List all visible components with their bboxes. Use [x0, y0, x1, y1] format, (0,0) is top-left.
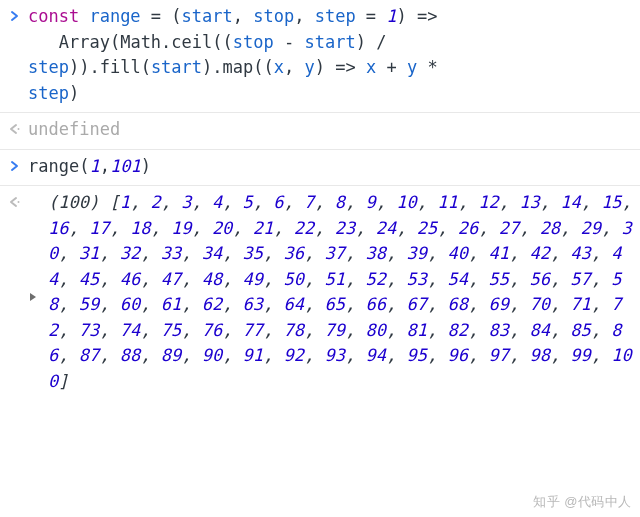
- code-token: ,: [233, 6, 253, 26]
- comma: ,: [386, 320, 406, 340]
- comma: ,: [427, 269, 447, 289]
- code-token: y: [407, 57, 427, 77]
- comma: ,: [468, 269, 488, 289]
- code-token: step: [315, 6, 366, 26]
- comma: ,: [468, 294, 488, 314]
- array-value: 56: [529, 269, 549, 289]
- comma: ,: [181, 320, 201, 340]
- comma: ,: [345, 345, 365, 365]
- code-token: start: [182, 6, 233, 26]
- comma: ,: [386, 243, 406, 263]
- code-token: step: [28, 83, 69, 103]
- array-value: 61: [161, 294, 181, 314]
- array-value: 67: [406, 294, 426, 314]
- array-value: 54: [447, 269, 467, 289]
- comma: ,: [345, 192, 365, 212]
- comma: ,: [191, 192, 211, 212]
- array-value: 60: [120, 294, 140, 314]
- code-token: ,: [100, 156, 110, 176]
- array-value: 63: [243, 294, 263, 314]
- array-value: 96: [447, 345, 467, 365]
- array-value: 47: [161, 269, 181, 289]
- code-token: ((: [212, 32, 232, 52]
- comma: ,: [109, 218, 129, 238]
- array-value: 66: [366, 294, 386, 314]
- array-value: 35: [243, 243, 263, 263]
- comma: ,: [550, 294, 570, 314]
- comma: ,: [140, 294, 160, 314]
- array-value: 7: [304, 192, 314, 212]
- comma: ,: [591, 243, 611, 263]
- array-value: 19: [171, 218, 191, 238]
- comma: ,: [314, 218, 334, 238]
- array-value: 14: [560, 192, 580, 212]
- array-value: 8: [335, 192, 345, 212]
- comma: ,: [99, 243, 119, 263]
- array-value: 18: [130, 218, 150, 238]
- array-value: 69: [488, 294, 508, 314]
- comma: ,: [427, 345, 447, 365]
- code-token: range: [28, 156, 79, 176]
- array-value: 45: [79, 269, 99, 289]
- array-value: 38: [366, 243, 386, 263]
- array-value: 32: [120, 243, 140, 263]
- code-token: ((: [253, 57, 273, 77]
- comma: ,: [376, 192, 396, 212]
- array-value: 9: [366, 192, 376, 212]
- array-value: 97: [488, 345, 508, 365]
- array-value: 40: [447, 243, 467, 263]
- comma: ,: [622, 192, 640, 212]
- array-value: 12: [478, 192, 498, 212]
- array-value: 99: [570, 345, 590, 365]
- watermark: 知乎 @代码中人: [533, 492, 632, 512]
- comma: ,: [181, 243, 201, 263]
- comma: ,: [304, 294, 324, 314]
- array-value: 39: [406, 243, 426, 263]
- array-value: 92: [284, 345, 304, 365]
- array-value: 85: [570, 320, 590, 340]
- code-token: (: [110, 32, 120, 52]
- comma: ,: [314, 192, 334, 212]
- comma: ,: [355, 218, 375, 238]
- array-value: 52: [366, 269, 386, 289]
- comma: ,: [591, 294, 611, 314]
- comma: ,: [191, 218, 211, 238]
- array-value: 93: [325, 345, 345, 365]
- comma: ,: [99, 320, 119, 340]
- comma: ,: [601, 218, 621, 238]
- code-token: ) =>: [397, 6, 438, 26]
- array-value: 83: [488, 320, 508, 340]
- array-value: 17: [89, 218, 109, 238]
- comma: ,: [140, 345, 160, 365]
- comma: ,: [130, 192, 150, 212]
- array-value: 70: [529, 294, 549, 314]
- comma: ,: [437, 218, 457, 238]
- code-token: =: [366, 6, 386, 26]
- array-value: 5: [243, 192, 253, 212]
- comma: ,: [58, 320, 78, 340]
- expand-array-toggle[interactable]: [28, 190, 46, 302]
- array-value: 53: [406, 269, 426, 289]
- array-value: 16: [48, 218, 68, 238]
- array-value: 43: [570, 243, 590, 263]
- code-token: ): [141, 156, 151, 176]
- comma: ,: [58, 269, 78, 289]
- code-token: ,: [294, 6, 314, 26]
- array-value: 29: [581, 218, 601, 238]
- array-value: 49: [243, 269, 263, 289]
- code-token: 1: [386, 6, 396, 26]
- array-value: 88: [120, 345, 140, 365]
- comma: ,: [222, 192, 242, 212]
- array-value: 22: [294, 218, 314, 238]
- code-token: ) =>: [315, 57, 366, 77]
- comma: ,: [99, 345, 119, 365]
- comma: ,: [263, 294, 283, 314]
- comma: ,: [304, 320, 324, 340]
- console-input-row: const range = (start, stop, step = 1) =>…: [0, 0, 640, 113]
- comma: ,: [99, 269, 119, 289]
- comma: ,: [427, 243, 447, 263]
- comma: ,: [181, 269, 201, 289]
- console-output-row: undefined: [0, 113, 640, 150]
- code-token: start: [151, 57, 202, 77]
- comma: ,: [263, 243, 283, 263]
